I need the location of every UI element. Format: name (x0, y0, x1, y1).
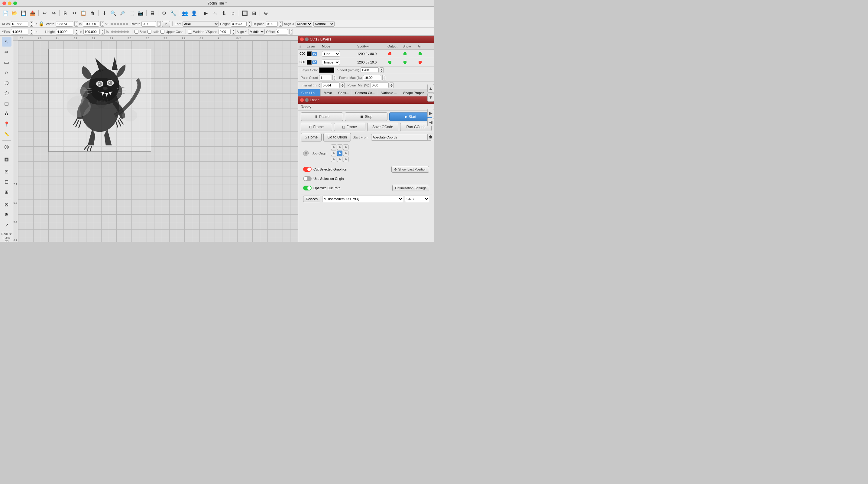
laser-panel-close[interactable] (300, 98, 304, 102)
origin-1-0[interactable] (331, 151, 336, 156)
stop-button[interactable]: ⏹ Stop (345, 113, 387, 121)
pmin-spin-down[interactable]: ▼ (390, 85, 394, 88)
start-from-select[interactable]: Absolute Coords User Origin Current Posi… (371, 134, 432, 141)
copy-button[interactable]: ⎘ (61, 9, 69, 18)
canvas[interactable] (18, 40, 298, 242)
uppercase-check[interactable] (160, 30, 164, 34)
settings-button[interactable]: ⚙ (160, 9, 168, 18)
home-toolbar-button[interactable]: ⌂ (229, 9, 237, 18)
wpct-spin-down[interactable]: ▼ (100, 24, 104, 27)
device-port-select[interactable]: cu.usbmodem005F793[ (322, 195, 403, 202)
fh-spin-down[interactable]: ▼ (248, 24, 251, 27)
int-spin-down[interactable]: ▼ (341, 85, 345, 88)
pass-count-input[interactable] (319, 75, 331, 81)
tools-button[interactable]: 🔧 (169, 9, 178, 18)
align-button[interactable]: ⊞ (250, 9, 258, 18)
snap-button[interactable]: 🔲 (241, 9, 249, 18)
origin-1-1[interactable] (337, 151, 342, 156)
save-button[interactable]: 💾 (19, 9, 28, 18)
cuts-panel-toggle[interactable] (305, 37, 309, 41)
frame-tool-3[interactable]: ⊞ (2, 187, 11, 197)
undo-button[interactable]: ↩ (40, 9, 49, 18)
cuts-row-1[interactable]: C00 00 Image Line Fill 1200.0 / 19.0 ⏺ ⏺… (298, 58, 434, 66)
grid-tool-1[interactable]: ▦ (2, 154, 11, 164)
ring-tool[interactable]: ◎ (2, 142, 11, 151)
maximize-button[interactable] (13, 1, 17, 5)
origin-2-2[interactable] (343, 157, 348, 162)
layer-color-swatch[interactable] (319, 67, 334, 73)
tab-variable[interactable]: Variable ... (378, 89, 400, 96)
row0-show[interactable]: ⏺ (403, 51, 418, 57)
rotate-input[interactable] (142, 21, 156, 27)
cut-button[interactable]: ✂ (70, 9, 79, 18)
row1-air[interactable]: ⏺ (418, 60, 433, 65)
font-select[interactable]: Arial (183, 21, 219, 27)
ypos-spin-down[interactable]: ▼ (30, 32, 33, 34)
pause-button[interactable]: ⏸ Pause (301, 113, 343, 121)
fh-spin-up[interactable]: ▲ (248, 21, 251, 24)
profile-button[interactable]: 👤 (190, 9, 198, 18)
optimize-cut-toggle[interactable] (303, 186, 312, 190)
measure-tool[interactable]: 📏 (2, 129, 11, 139)
tab-camera[interactable]: Camera Co... (352, 89, 378, 96)
go-to-origin-button[interactable]: Go to Origin (323, 133, 351, 142)
speed-spin-down[interactable]: ▼ (380, 70, 383, 73)
redo-button[interactable]: ↪ (49, 9, 58, 18)
cut-selected-toggle[interactable] (303, 167, 312, 172)
move-button[interactable]: ✛ (100, 9, 108, 18)
normal-select[interactable]: Normal (313, 21, 335, 27)
save-as-button[interactable]: 📥 (28, 9, 37, 18)
arrow-down-btn[interactable]: ▼ (427, 93, 434, 101)
zoom-fit-button[interactable]: 🔍 (109, 9, 118, 18)
frame-btn-2[interactable]: ◻ Frame (334, 123, 365, 131)
width-input[interactable] (56, 21, 73, 27)
new-button[interactable]: 📄 (1, 9, 10, 18)
tab-move[interactable]: Move (321, 89, 335, 96)
power-min-input[interactable] (371, 83, 389, 88)
speed-spin-up[interactable]: ▲ (380, 67, 383, 70)
xpos-spin-down[interactable]: ▼ (30, 24, 33, 27)
h-spin-down[interactable]: ▼ (75, 32, 78, 34)
origin-0-1[interactable] (337, 145, 342, 150)
power-max-input[interactable] (363, 75, 381, 81)
pencil-tool[interactable]: ✏ (2, 47, 11, 57)
pm-spin-down[interactable]: ▼ (382, 78, 386, 81)
pm-spin-up[interactable]: ▲ (382, 75, 386, 78)
mirror-h-button[interactable]: ⇋ (211, 9, 219, 18)
tab-cuts-layers[interactable]: Cuts / La... (298, 89, 321, 96)
pin-tool[interactable]: 📍 (2, 119, 11, 129)
delete-icon-btn[interactable]: 🗑 (427, 133, 434, 140)
hs-spin-up[interactable]: ▲ (279, 21, 283, 24)
open-button[interactable]: 📂 (10, 9, 19, 18)
italic-check[interactable] (148, 30, 151, 34)
crosshair-button[interactable]: ⊕ (261, 9, 270, 18)
frame-tool-2[interactable]: ⊟ (2, 177, 11, 186)
hs-spin-down[interactable]: ▼ (279, 24, 283, 27)
devices-button[interactable]: Devices (303, 195, 320, 202)
font-height-input[interactable] (231, 21, 247, 27)
row1-output[interactable]: ⏺ (388, 60, 403, 65)
circle-tool[interactable]: ○ (2, 68, 11, 78)
rect-tool[interactable]: ▭ (2, 57, 11, 67)
use-selection-toggle[interactable] (303, 176, 312, 181)
width-spin-up[interactable]: ▲ (74, 21, 78, 24)
offset-input[interactable] (276, 29, 288, 34)
hexagon-tool[interactable]: ⬡ (2, 78, 11, 88)
ypos-input[interactable] (11, 29, 28, 34)
origin-0-0[interactable] (331, 145, 336, 150)
run-button[interactable]: ▶ (202, 9, 210, 18)
vspace-input[interactable] (218, 29, 230, 34)
ypos-spin-up[interactable]: ▲ (30, 29, 33, 32)
rot-spin-up[interactable]: ▲ (157, 21, 161, 24)
row0-mode[interactable]: Line Fill Image (322, 51, 340, 57)
save-gcode-button[interactable]: Save GCode (367, 123, 399, 131)
row1-mode[interactable]: Image Line Fill (322, 60, 340, 65)
align-x-select[interactable]: Middle (296, 21, 312, 27)
show-last-pos-btn[interactable]: ✛ Show Last Position (392, 166, 429, 173)
frame-tool-1[interactable]: ⊡ (2, 167, 11, 176)
arrow-right-btn[interactable]: ▶ (427, 109, 434, 117)
hspace-input[interactable] (266, 21, 278, 27)
cuts-row-0[interactable]: C00 00 Line Fill Image 1200.0 / 80.0 ⏺ ⏺… (298, 50, 434, 58)
origin-2-0[interactable] (331, 157, 336, 162)
bold-check[interactable] (134, 30, 138, 34)
